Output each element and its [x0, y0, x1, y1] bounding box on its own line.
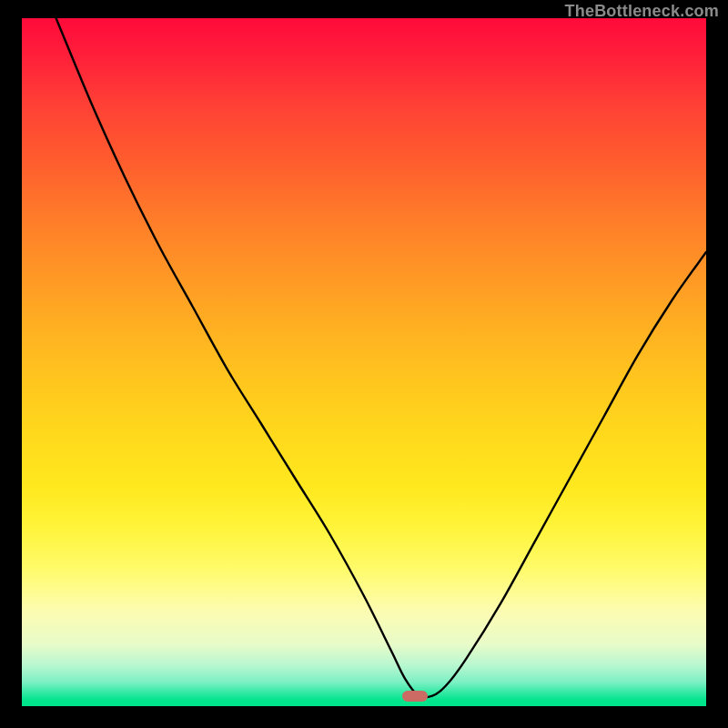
optimal-point-marker [402, 691, 428, 702]
plot-area [22, 18, 706, 706]
watermark-text: TheBottleneck.com [565, 2, 719, 21]
bottleneck-curve [22, 18, 706, 706]
chart-frame: TheBottleneck.com [0, 0, 728, 728]
